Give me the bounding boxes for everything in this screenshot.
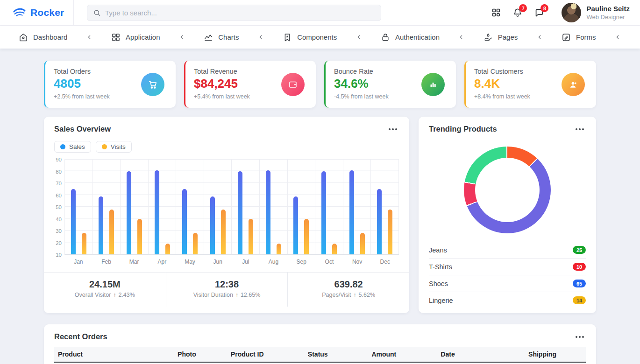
user-name: Pauline Seitz (586, 5, 630, 14)
donut-chart (464, 147, 551, 233)
table-row[interactable] (54, 362, 586, 364)
up-arrow-icon: ↑ (354, 292, 356, 298)
bar-sales-dec[interactable] (377, 189, 382, 254)
bar-visits-jun[interactable] (221, 210, 226, 254)
apps-menu-icon[interactable] (491, 7, 501, 18)
bar-visits-sep[interactable] (304, 219, 309, 254)
chevron-left-icon[interactable] (614, 34, 621, 41)
footer-stat-delta: 2.43% (118, 292, 135, 298)
nav-item-application[interactable]: Application (111, 33, 160, 42)
y-axis-tick: 40 (56, 217, 62, 222)
bar-visits-dec[interactable] (388, 210, 392, 254)
bar-sales-nov[interactable] (349, 170, 354, 254)
legend-label: Sales (69, 143, 85, 150)
column-header-product-id[interactable]: Product ID (227, 347, 304, 362)
footer-stat-delta: 5.62% (359, 292, 375, 298)
bar-sales-mar[interactable] (127, 171, 131, 254)
nav-item-label: Charts (218, 33, 239, 41)
more-menu-icon[interactable] (574, 126, 586, 132)
notifications-bell-icon[interactable]: 7 (512, 7, 523, 18)
y-axis-tick: 50 (56, 204, 62, 210)
trending-products-card: Trending Products Jeans 25 T-Shirts 10 S… (419, 117, 596, 313)
bar-sales-may[interactable] (182, 189, 187, 254)
bar-sales-sep[interactable] (293, 196, 298, 254)
footer-stat-delta: 12.65% (241, 292, 260, 298)
bar-visits-nov[interactable] (360, 233, 365, 254)
form-pencil-icon (562, 33, 571, 42)
messages-chat-icon[interactable]: 8 (534, 7, 544, 18)
trending-item-label: T-Shirts (429, 263, 452, 271)
chevron-left-icon[interactable] (536, 34, 543, 41)
stat-card-total-revenue: Total Revenue $84,245 +5.4% from last we… (184, 61, 316, 108)
column-header-status[interactable]: Status (304, 347, 368, 362)
stat-card-bounce-rate: Bounce Rate 34.6% -4.5% from last week (324, 61, 456, 108)
column-header-date[interactable]: Date (437, 347, 525, 362)
chevron-left-icon[interactable] (356, 34, 363, 41)
y-axis-tick: 30 (56, 228, 62, 234)
legend-item-sales[interactable]: Sales (54, 141, 91, 153)
bar-sales-feb[interactable] (99, 196, 103, 254)
nav-item-authentication[interactable]: Authentication (381, 33, 440, 42)
chevron-left-icon[interactable] (86, 34, 93, 41)
bar-chart: 908070605040302010 (44, 153, 409, 255)
bar-visits-feb[interactable] (109, 210, 114, 254)
bar-visits-jan[interactable] (82, 233, 86, 254)
bar-chart-icon (421, 73, 445, 96)
bar-sales-jun[interactable] (210, 196, 215, 254)
column-header-product[interactable]: Product (54, 347, 174, 362)
bar-sales-aug[interactable] (266, 170, 270, 254)
nav-item-pages[interactable]: Pages (484, 33, 518, 42)
chevron-left-icon[interactable] (458, 34, 465, 41)
search-input[interactable] (105, 9, 375, 17)
bar-visits-jul[interactable] (249, 219, 253, 254)
footer-stat: 639.82 Pages/Visit ↑ 5.62% (287, 273, 409, 307)
column-header-photo[interactable]: Photo (174, 347, 227, 362)
nav-item-label: Application (126, 33, 160, 41)
footer-stat-label: Pages/Visit ↑ 5.62% (288, 292, 409, 298)
bar-visits-aug[interactable] (277, 244, 281, 254)
bar-visits-apr[interactable] (165, 244, 170, 254)
bar-sales-jan[interactable] (71, 189, 76, 254)
x-axis-label: Feb (92, 259, 121, 265)
plot-column-aug (260, 160, 288, 254)
bar-sales-oct[interactable] (321, 171, 326, 254)
more-menu-icon[interactable] (574, 334, 586, 340)
plot-column-dec (371, 160, 399, 254)
plot-column-apr (149, 160, 177, 254)
bar-sales-apr[interactable] (155, 170, 159, 254)
recent-orders-title: Recent Orders (54, 332, 107, 341)
plot-column-feb (93, 160, 121, 254)
brand-logo[interactable]: Rocker (0, 0, 74, 25)
more-menu-icon[interactable] (387, 126, 399, 132)
user-profile[interactable]: Pauline Seitz Web Designer (551, 0, 640, 26)
x-axis-label: Mar (120, 259, 148, 265)
nav-item-label: Forms (576, 33, 596, 41)
chevron-left-icon[interactable] (257, 34, 264, 41)
cart-icon (141, 73, 164, 96)
grid-icon (111, 33, 121, 42)
bar-visits-may[interactable] (193, 233, 198, 254)
x-axis-label: Oct (315, 259, 343, 265)
trending-item-shoes[interactable]: Shoes 65 (429, 275, 586, 292)
bar-sales-jul[interactable] (238, 171, 242, 254)
nav-item-charts[interactable]: Charts (204, 33, 239, 42)
trending-item-lingerie[interactable]: Lingerie 14 (429, 292, 586, 308)
charts-row: Sales Overview Sales Visits 908070605040… (44, 117, 596, 313)
plot-column-may (176, 160, 204, 254)
bar-visits-mar[interactable] (137, 219, 142, 254)
trending-item-jeans[interactable]: Jeans 25 (429, 242, 586, 259)
nav-item-forms[interactable]: Forms (562, 33, 596, 42)
footer-stat-value: 639.82 (288, 279, 409, 290)
column-header-shipping[interactable]: Shipping (525, 347, 586, 362)
bar-visits-oct[interactable] (332, 244, 337, 254)
legend-item-visits[interactable]: Visits (96, 141, 132, 153)
sales-overview-title: Sales Overview (54, 125, 111, 133)
legend-dot (60, 144, 65, 149)
chevron-left-icon[interactable] (178, 34, 185, 41)
count-badge: 65 (573, 280, 586, 287)
nav-item-components[interactable]: Components (283, 33, 337, 42)
nav-item-dashboard[interactable]: Dashboard (19, 33, 67, 42)
trending-item-t-shirts[interactable]: T-Shirts 10 (429, 259, 586, 275)
column-header-amount[interactable]: Amount (368, 347, 437, 362)
search-bar[interactable] (87, 5, 381, 21)
